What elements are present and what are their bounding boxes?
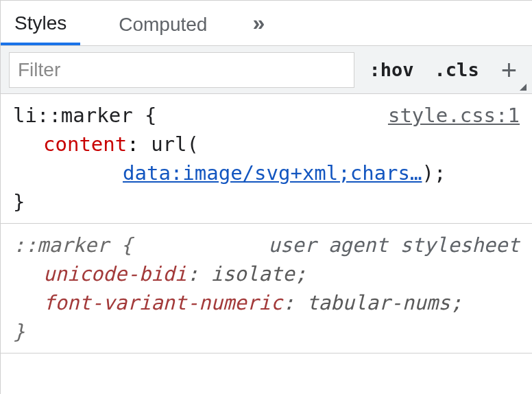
rules-list: li::marker { style.css:1 content: url( d… xyxy=(1,94,532,394)
panel-tabs: Styles Computed » xyxy=(1,1,532,46)
value: tabular-nums; xyxy=(306,291,462,314)
tab-computed[interactable]: Computed xyxy=(105,1,221,45)
value-link[interactable]: data:image/svg+xml;chars… xyxy=(123,161,422,185)
property: font-variant-numeric xyxy=(43,291,282,314)
close-brace: } xyxy=(13,320,25,343)
new-style-rule-button[interactable]: + xyxy=(494,56,524,84)
tab-styles[interactable]: Styles xyxy=(1,1,80,45)
selector[interactable]: ::marker { xyxy=(13,231,133,259)
css-rule-user-agent: ::marker { user agent stylesheet unicode… xyxy=(1,224,532,354)
styles-toolbar: :hov .cls + xyxy=(1,46,532,94)
styles-panel: Styles Computed » :hov .cls + li::marker… xyxy=(0,0,532,394)
property: unicode-bidi xyxy=(43,262,187,286)
selector[interactable]: li::marker { xyxy=(13,101,157,130)
source-link[interactable]: style.css:1 xyxy=(388,101,520,130)
tabs-overflow-icon[interactable]: » xyxy=(245,1,271,45)
cls-toggle[interactable]: .cls xyxy=(429,59,485,80)
value: isolate; xyxy=(210,262,306,286)
value: url( xyxy=(151,132,199,156)
property: content xyxy=(43,132,127,156)
declaration[interactable]: content: url( xyxy=(13,130,520,159)
hov-toggle[interactable]: :hov xyxy=(364,59,420,80)
declaration[interactable]: font-variant-numeric: tabular-nums; xyxy=(13,288,520,317)
filter-input[interactable] xyxy=(9,52,354,88)
declaration[interactable]: unicode-bidi: isolate; xyxy=(13,259,520,288)
css-rule: li::marker { style.css:1 content: url( d… xyxy=(1,94,532,224)
source-label: user agent stylesheet xyxy=(268,231,520,259)
close-brace: } xyxy=(13,190,25,213)
